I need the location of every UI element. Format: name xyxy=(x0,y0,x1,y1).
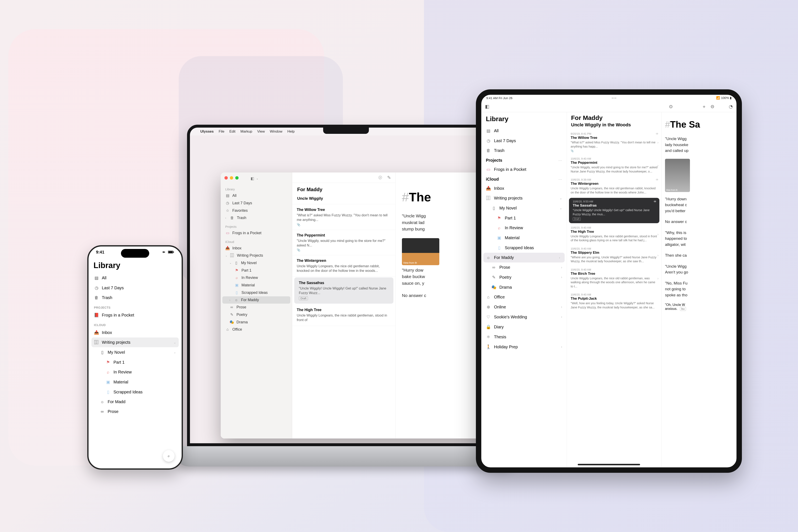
menu-help[interactable]: Help xyxy=(287,130,295,134)
close-button[interactable] xyxy=(225,176,228,179)
filter-all[interactable]: ▤All xyxy=(92,273,179,283)
office[interactable]: ⌂Office xyxy=(222,326,290,333)
menu-ulysses[interactable]: Ulysses xyxy=(200,130,214,134)
compose-icon[interactable]: ✎ xyxy=(387,175,391,180)
in-review[interactable]: ⌕In Review xyxy=(222,274,290,281)
scrapped[interactable]: ▯Scrapped Ideas xyxy=(481,243,567,253)
building-icon: ⌂ xyxy=(486,295,491,300)
inline-tag[interactable]: bu xyxy=(680,307,686,311)
material[interactable]: ▣Material xyxy=(222,281,290,289)
writing-projects[interactable]: ⌄⿲Writing Projects xyxy=(222,252,290,259)
diary[interactable]: 🔒Diary xyxy=(481,322,567,332)
editor-image[interactable]: View from th xyxy=(402,238,439,265)
part1[interactable]: ⚑Part 1 xyxy=(481,213,567,223)
menu-window[interactable]: Window xyxy=(270,130,282,134)
infinity-icon: ∞ xyxy=(229,305,234,309)
part1[interactable]: ⚑Part 1 xyxy=(222,267,290,274)
list-item[interactable]: 10/6/20, 9:40 AM The Birch Tree Uncle Wi… xyxy=(567,266,662,291)
scrapped[interactable]: ▯Scrapped Ideas xyxy=(92,387,179,397)
in-review[interactable]: ⌕In Review xyxy=(92,367,179,377)
menu-file[interactable]: File xyxy=(218,130,224,134)
search-icon: ⌕ xyxy=(168,454,170,458)
sidebar-toggle-icon[interactable]: ◧ xyxy=(485,104,489,109)
window-controls[interactable] xyxy=(225,176,239,179)
globe-icon: ⊕ xyxy=(486,304,491,309)
list-item-selected[interactable]: 10/6/20, 9:53 AM The Sassafras "Uncle Wi… xyxy=(569,198,659,223)
menu-view[interactable]: View xyxy=(257,130,265,134)
poetry[interactable]: ✎Poetry xyxy=(222,311,290,318)
zoom-button[interactable] xyxy=(235,176,239,179)
prose[interactable]: ∞Prose› xyxy=(481,263,567,272)
more-icon[interactable]: ⋯ xyxy=(558,177,562,182)
menu-edit[interactable]: Edit xyxy=(229,130,235,134)
list-item[interactable]: 10/6/20, 9:40 AM The Pulpit-Jack "Well, … xyxy=(567,291,662,312)
filter-last7[interactable]: ◷Last 7 Days xyxy=(222,199,290,207)
inbox[interactable]: 📥Inbox xyxy=(222,244,290,252)
filter-trash[interactable]: 🗑Trash xyxy=(481,146,567,155)
sookies-wedding[interactable]: ♡Sookie's Wedding› xyxy=(481,312,567,322)
list-item[interactable]: 9/20/19, 8:41 PM The Willow Tree "What i… xyxy=(567,130,662,155)
sidebar-toggle[interactable]: ◧⌄ xyxy=(251,176,258,181)
list-item-selected[interactable]: The Sassafras "Uncle Wiggily! Uncle Wigg… xyxy=(294,278,393,304)
project-frogs[interactable]: ▭Frogs in a Pocket xyxy=(481,164,567,174)
material[interactable]: ▣Material xyxy=(481,233,567,243)
page-icon: ▯ xyxy=(497,245,502,250)
history-icon[interactable]: ◔ xyxy=(729,104,733,109)
filter-all[interactable]: ▤All xyxy=(222,192,290,199)
list-item[interactable]: The High Tree Uncle Wiggily Longears, th… xyxy=(292,304,396,326)
writing-projects[interactable]: ⿲Writing projects⌄ xyxy=(481,193,567,203)
filter-all[interactable]: ▤All xyxy=(481,126,567,136)
for-maddy[interactable]: ☼For Madd xyxy=(92,397,179,407)
add-icon[interactable]: ＋ xyxy=(702,103,706,110)
my-novel[interactable]: ▯My Novel⌄ xyxy=(92,347,179,357)
inbox[interactable]: 📥Inbox xyxy=(92,327,179,338)
online[interactable]: ⊕Online› xyxy=(481,302,567,312)
minimize-button[interactable] xyxy=(230,176,233,179)
project-frogs[interactable]: 📕Frogs in a Pocket xyxy=(92,310,179,320)
my-novel[interactable]: ▯My Novel⌄ xyxy=(481,203,567,213)
office[interactable]: ⌂Office xyxy=(481,292,567,302)
project-frogs[interactable]: ▭Frogs in a Pocket xyxy=(222,229,290,237)
list-item[interactable]: The Wintergreen Uncle Wiggily Longears, … xyxy=(292,255,396,277)
holiday-prep[interactable]: 🚶Holiday Prep› xyxy=(481,342,567,352)
list-item[interactable]: The Willow Tree "What is?" asked Miss Fu… xyxy=(292,204,396,230)
filter-trash[interactable]: 🗑Trash xyxy=(92,293,179,303)
prose[interactable]: ∞Prose xyxy=(222,304,290,311)
filter-trash[interactable]: ›🗑Trash xyxy=(222,214,290,222)
my-novel[interactable]: ⌄▯My Novel xyxy=(222,259,290,267)
writing-projects[interactable]: ⿲Writing projects⌄ xyxy=(92,338,179,347)
for-maddy[interactable]: ☼For Maddy› xyxy=(483,253,565,263)
part1[interactable]: ⚑Part 1 xyxy=(92,357,179,367)
filter-last7[interactable]: ◷Last 7 Days xyxy=(481,136,567,146)
list-item[interactable]: 10/6/20, 9:40 AM The Peppermint "Uncle W… xyxy=(567,155,662,176)
inbox[interactable]: 📥Inbox xyxy=(481,183,567,193)
more-icon[interactable]: ⊝ xyxy=(710,104,714,109)
list-item[interactable]: The Peppermint "Uncle Wiggily, would you… xyxy=(292,230,396,255)
chevron-right-icon: › xyxy=(561,315,562,319)
filter-last7[interactable]: ◷Last 7 Days xyxy=(92,283,179,293)
search-button[interactable]: ⌕ xyxy=(163,450,174,462)
drama[interactable]: 🎭Drama xyxy=(481,282,567,292)
editor-image[interactable]: View from th xyxy=(665,159,690,192)
preview-icon[interactable]: ⦾ xyxy=(378,175,382,180)
ipad-sheet-list: For Maddy Uncle Wiggily in the Woods 9/2… xyxy=(567,112,662,468)
for-maddy[interactable]: ›☼For Maddy xyxy=(222,296,290,304)
ipad-home-indicator[interactable] xyxy=(578,464,640,465)
drama[interactable]: 🎭Drama xyxy=(222,318,290,326)
prose[interactable]: ∞Prose xyxy=(92,407,179,416)
thesis[interactable]: ⚛Thesis xyxy=(481,332,567,342)
ipad-editor[interactable]: #The Sa "Uncle Wigglady housekeand calle… xyxy=(662,112,737,468)
poetry[interactable]: ✎Poetry› xyxy=(481,272,567,282)
multitask-dots[interactable]: ••• xyxy=(612,96,617,100)
list-item[interactable]: 10/6/20, 9:39 AM The Wintergreen Uncle W… xyxy=(567,176,662,197)
filter-favorites[interactable]: ☆Favorites xyxy=(222,207,290,214)
play-icon[interactable]: ⊙ xyxy=(669,104,673,109)
in-review[interactable]: ⌕In Review xyxy=(481,223,567,233)
more-icon[interactable]: ⋯ xyxy=(558,158,562,163)
list-item[interactable]: 10/6/20, 9:40 AM The Slippery Elm "Where… xyxy=(567,245,662,266)
menu-markup[interactable]: Markup xyxy=(241,130,252,134)
list-item[interactable]: 10/6/20, 9:40 AM The High Tree Uncle Wig… xyxy=(567,224,662,245)
ipad-time: 9:41 AM Fri Jun 26 xyxy=(486,96,512,100)
material[interactable]: ▣Material xyxy=(92,377,179,387)
scrapped[interactable]: ▯Scrapped Ideas xyxy=(222,289,290,296)
